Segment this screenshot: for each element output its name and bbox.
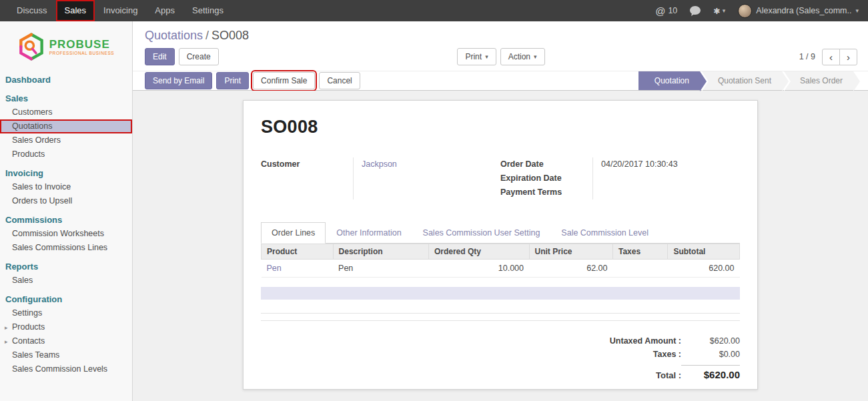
sidebar-heading-invoicing[interactable]: Invoicing	[0, 165, 132, 180]
sidebar: PROBUSE PROFESSIONAL BUSINESS Dashboard …	[0, 21, 133, 401]
chat-icon	[690, 6, 701, 16]
print-menu-button[interactable]: Print ▾	[457, 48, 496, 65]
column-header-subtotal: Subtotal	[668, 244, 740, 260]
table-row[interactable]: Pen Pen 10.000 62.00 620.00	[262, 260, 740, 278]
sidebar-heading-dashboard[interactable]: Dashboard	[0, 72, 132, 87]
cell-taxes	[612, 260, 667, 278]
breadcrumb-current: SO008	[211, 29, 249, 42]
statusbar: Quotation Quotation Sent Sales Order	[636, 71, 853, 90]
print-quotation-button[interactable]: Print	[216, 72, 249, 89]
notifications-button[interactable]: @ 10	[655, 5, 677, 17]
sidebar-item-commission-worksheets[interactable]: Commission Worksheets	[0, 227, 132, 241]
pager-next-button[interactable]: ›	[839, 49, 857, 65]
sidebar-item-customers[interactable]: Customers	[0, 105, 132, 119]
sidebar-heading-configuration[interactable]: Configuration	[0, 292, 132, 306]
nav-item-apps[interactable]: Apps	[146, 0, 183, 21]
edit-button[interactable]: Edit	[145, 48, 175, 65]
expiration-date-value	[601, 171, 740, 185]
customer-value-link[interactable]: Jackpson	[362, 157, 500, 171]
notification-count: 10	[668, 6, 677, 15]
sidebar-item-reports-sales[interactable]: Sales	[0, 274, 132, 288]
tab-sales-commission-user-setting[interactable]: Sales Commission User Setting	[412, 222, 551, 244]
confirm-sale-button[interactable]: Confirm Sale	[253, 72, 315, 89]
main-area: PROBUSE PROFESSIONAL BUSINESS Dashboard …	[0, 21, 868, 401]
tab-sale-commission-level[interactable]: Sale Commission Level	[550, 222, 659, 244]
sidebar-item-config-products[interactable]: ▸Products	[0, 320, 132, 334]
stage-label: Quotation Sent	[718, 76, 771, 85]
untaxed-amount-value: $620.00	[681, 334, 740, 348]
cell-subtotal: 620.00	[668, 260, 740, 278]
action-menus: Print ▾ Action ▾	[457, 48, 544, 65]
form-sheet: SO008 Customer Jackpson Or	[243, 100, 758, 390]
send-by-email-button[interactable]: Send by Email	[145, 72, 212, 89]
sidebar-item-label: Contacts	[12, 336, 45, 346]
messages-button[interactable]	[690, 6, 701, 16]
tab-other-information[interactable]: Other Information	[326, 222, 412, 244]
top-menu: Discuss Sales Invoicing Apps Settings	[0, 0, 232, 21]
sidebar-section-invoicing: Invoicing Sales to Invoice Orders to Ups…	[0, 165, 132, 208]
chevron-down-icon: ▾	[855, 7, 859, 14]
expand-icon[interactable]: ▸	[5, 324, 8, 332]
payment-terms-value	[601, 185, 740, 199]
left-field-group: Customer Jackpson	[261, 157, 500, 199]
tab-order-lines[interactable]: Order Lines	[261, 222, 326, 244]
sidebar-item-sales-commissions-lines[interactable]: Sales Commissions Lines	[0, 241, 132, 255]
expiration-date-label: Expiration Date	[500, 171, 592, 185]
column-header-ordered-qty: Ordered Qty	[428, 244, 529, 260]
sidebar-section-reports: Reports Sales	[0, 259, 132, 288]
cancel-button[interactable]: Cancel	[319, 72, 360, 89]
statusbar-row: Send by Email Print Confirm Sale Cancel …	[133, 71, 868, 91]
sidebar-item-contacts[interactable]: ▸Contacts	[0, 334, 132, 348]
table-header-row: Product Description Ordered Qty Unit Pri…	[262, 244, 740, 260]
sidebar-section-configuration: Configuration Settings ▸Products ▸Contac…	[0, 292, 132, 376]
record-title: SO008	[261, 117, 740, 137]
expand-icon[interactable]: ▸	[5, 338, 8, 346]
print-menu-label: Print	[465, 52, 482, 61]
nav-item-discuss[interactable]: Discuss	[8, 0, 56, 21]
debug-icon: ✱	[713, 6, 720, 16]
sidebar-heading-commissions[interactable]: Commissions	[0, 212, 132, 227]
debug-menu-button[interactable]: ✱ ▾	[713, 6, 725, 16]
sidebar-item-sales-to-invoice[interactable]: Sales to Invoice	[0, 180, 132, 194]
total-row: Total : $620.00	[540, 365, 740, 382]
notebook: Order Lines Other Information Sales Comm…	[261, 222, 740, 300]
sidebar-heading-sales[interactable]: Sales	[0, 91, 132, 105]
total-label: Total :	[656, 369, 681, 382]
stage-quotation-sent[interactable]: Quotation Sent	[702, 71, 782, 90]
nav-item-sales[interactable]: Sales	[56, 0, 95, 21]
nav-item-invoicing[interactable]: Invoicing	[95, 0, 146, 21]
pager-counter: 1 / 9	[799, 52, 815, 61]
screen: Discuss Sales Invoicing Apps Settings @ …	[0, 0, 868, 401]
chevron-down-icon: ▾	[534, 53, 537, 60]
sidebar-item-sales-orders[interactable]: Sales Orders	[0, 133, 132, 147]
pager-previous-button[interactable]: ‹	[822, 49, 840, 65]
nav-item-settings[interactable]: Settings	[183, 0, 232, 21]
tab-bar: Order Lines Other Information Sales Comm…	[261, 222, 740, 244]
sidebar-item-settings[interactable]: Settings	[0, 306, 132, 320]
cell-description: Pen	[333, 260, 428, 278]
breadcrumb-separator: /	[205, 29, 209, 42]
stage-sales-order[interactable]: Sales Order	[784, 71, 853, 90]
payment-terms-label: Payment Terms	[500, 185, 592, 199]
action-menu-button[interactable]: Action ▾	[500, 48, 545, 65]
field-groups: Customer Jackpson Order Date Expiration …	[261, 157, 740, 199]
column-header-taxes: Taxes	[612, 244, 667, 260]
user-menu-button[interactable]: Alexandra (Sales_comm.. ▾	[738, 4, 859, 18]
sidebar-item-orders-to-upsell[interactable]: Orders to Upsell	[0, 194, 132, 208]
order-date-value: 04/20/2017 10:30:43	[601, 157, 740, 171]
taxes-value: $0.00	[681, 348, 740, 361]
stage-label: Sales Order	[800, 76, 843, 85]
column-header-unit-price: Unit Price	[529, 244, 612, 260]
sidebar-item-products[interactable]: Products	[0, 147, 132, 161]
brand-text: PROBUSE PROFESSIONAL BUSINESS	[49, 39, 115, 55]
stage-quotation[interactable]: Quotation	[638, 71, 700, 90]
sidebar-heading-reports[interactable]: Reports	[0, 259, 132, 274]
breadcrumb-parent-link[interactable]: Quotations	[145, 29, 203, 42]
topbar-right: @ 10 ✱ ▾ Alexandra (Sales_comm.. ▾	[655, 0, 868, 21]
sidebar-item-sales-teams[interactable]: Sales Teams	[0, 348, 132, 362]
sidebar-item-sales-commission-levels[interactable]: Sales Commission Levels	[0, 362, 132, 376]
brand-tagline: PROFESSIONAL BUSINESS	[49, 51, 115, 55]
sidebar-item-quotations[interactable]: Quotations	[0, 119, 132, 133]
order-lines-table: Product Description Ordered Qty Unit Pri…	[261, 244, 740, 278]
create-button[interactable]: Create	[179, 48, 219, 65]
